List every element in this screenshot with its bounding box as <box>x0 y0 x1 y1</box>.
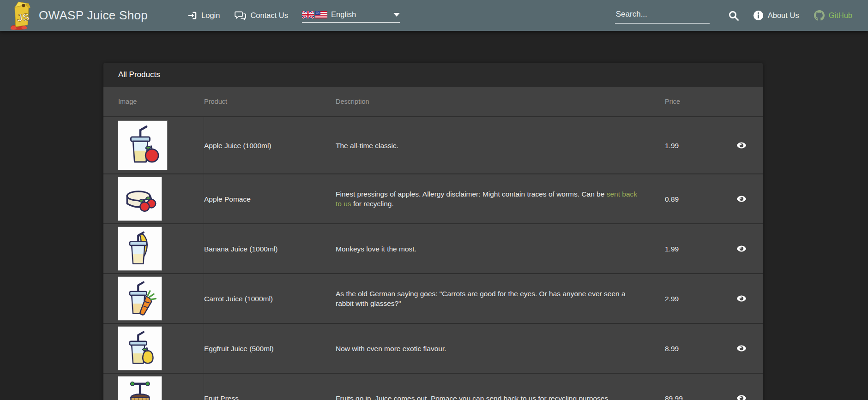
product-price: 1.99 <box>656 244 720 254</box>
contact-us-button[interactable]: Contact Us <box>227 0 295 31</box>
product-description: As the old German saying goes: "Carrots … <box>336 289 656 308</box>
apple-pomace-thumbnail <box>118 177 162 221</box>
table-row: Eggfruit Juice (500ml)Now with even more… <box>103 323 763 373</box>
table-row: Carrot Juice (1000ml)As the old German s… <box>103 273 763 323</box>
product-description: Fruits go in. Juice comes out. Pomace yo… <box>336 394 656 400</box>
apple-juice-thumbnail <box>118 120 168 170</box>
image-cell <box>103 224 204 273</box>
image-cell <box>103 324 204 373</box>
all-products-card: All Products Image Product Description P… <box>103 63 763 400</box>
view-product-button[interactable] <box>734 291 749 306</box>
about-us-label: About Us <box>768 11 799 20</box>
products-table: Image Product Description Price Apple Ju… <box>103 87 763 400</box>
eye-icon <box>736 244 747 254</box>
product-description: Monkeys love it the most. <box>336 244 656 254</box>
eye-icon <box>736 140 747 150</box>
search-button[interactable] <box>722 0 746 31</box>
main-content: All Products Image Product Description P… <box>0 31 868 400</box>
view-product-button[interactable] <box>734 137 749 153</box>
about-us-button[interactable]: About Us <box>746 0 807 31</box>
search-box <box>615 8 710 24</box>
product-name: Apple Juice (1000ml) <box>204 141 336 150</box>
table-row: Fruit PressFruits go in. Juice comes out… <box>103 373 763 400</box>
github-label: GitHub <box>829 11 852 20</box>
login-icon <box>187 11 197 20</box>
product-name: Apple Pomace <box>204 194 336 204</box>
product-price: 89.99 <box>656 394 720 400</box>
product-name: Fruit Press <box>204 394 336 400</box>
info-icon <box>753 10 764 21</box>
description-text: Now with even more exotic flavour. <box>336 345 446 352</box>
search-input[interactable] <box>615 8 710 24</box>
eye-icon <box>736 194 747 204</box>
product-price: 2.99 <box>656 294 720 304</box>
app-title: OWASP Juice Shop <box>39 8 148 23</box>
product-description: Now with even more exotic flavour. <box>336 344 656 353</box>
table-row: Apple PomaceFinest pressings of apples. … <box>103 173 763 223</box>
description-text: As the old German saying goes: "Carrots … <box>336 290 626 307</box>
dropdown-arrow-icon <box>393 13 400 17</box>
image-cell <box>103 174 204 223</box>
image-cell <box>103 374 204 400</box>
view-product-button[interactable] <box>734 390 749 400</box>
product-name: Eggfruit Juice (500ml) <box>204 344 336 353</box>
eggfruit-juice-thumbnail <box>118 326 162 370</box>
page-title: All Products <box>103 63 763 87</box>
contact-us-label: Contact Us <box>250 11 288 20</box>
column-header-product: Product <box>204 98 336 105</box>
fruit-press-thumbnail <box>118 376 162 400</box>
table-row: Banana Juice (1000ml)Monkeys love it the… <box>103 223 763 273</box>
product-price: 8.99 <box>656 344 720 353</box>
login-label: Login <box>201 11 220 20</box>
view-product-button[interactable] <box>734 241 749 257</box>
uk-flag-icon <box>302 11 314 18</box>
juice-shop-logo: JS <box>8 1 35 30</box>
description-text: Monkeys love it the most. <box>336 245 416 253</box>
github-button[interactable]: GitHub <box>807 0 860 31</box>
table-body: Apple Juice (1000ml)The all-time classic… <box>103 116 763 400</box>
language-selected-label: English <box>331 10 356 19</box>
description-text: for recycling. <box>351 200 394 208</box>
product-description: The all-time classic. <box>336 141 656 150</box>
banana-juice-thumbnail <box>118 227 162 271</box>
description-text: Finest pressings of apples. Allergy disc… <box>336 190 607 198</box>
image-cell <box>103 117 204 173</box>
column-header-price: Price <box>656 98 720 105</box>
navbar: JS OWASP Juice Shop Login Contact Us <box>0 0 868 31</box>
column-header-description: Description <box>336 98 656 105</box>
table-row: Apple Juice (1000ml)The all-time classic… <box>103 116 763 173</box>
eye-icon <box>736 393 747 400</box>
github-icon <box>814 10 825 21</box>
us-flag-icon <box>315 11 327 18</box>
description-text: The all-time classic. <box>336 142 398 149</box>
eye-icon <box>736 293 747 304</box>
product-name: Banana Juice (1000ml) <box>204 244 336 254</box>
product-price: 0.89 <box>656 194 720 204</box>
product-name: Carrot Juice (1000ml) <box>204 294 336 304</box>
search-icon <box>728 10 739 21</box>
view-product-button[interactable] <box>734 191 749 207</box>
eye-icon <box>736 343 747 353</box>
image-cell <box>103 274 204 323</box>
svg-text:JS: JS <box>16 11 30 24</box>
column-header-image: Image <box>103 98 204 105</box>
product-description: Finest pressings of apples. Allergy disc… <box>336 189 656 209</box>
description-text: Fruits go in. Juice comes out. Pomace yo… <box>336 394 610 400</box>
contact-bubbles-icon <box>235 11 246 20</box>
table-header-row: Image Product Description Price <box>103 87 763 116</box>
product-price: 1.99 <box>656 141 720 150</box>
view-product-button[interactable] <box>734 340 749 356</box>
login-button[interactable]: Login <box>180 0 227 31</box>
carrot-juice-thumbnail <box>118 276 162 321</box>
language-select[interactable]: English <box>302 10 400 23</box>
